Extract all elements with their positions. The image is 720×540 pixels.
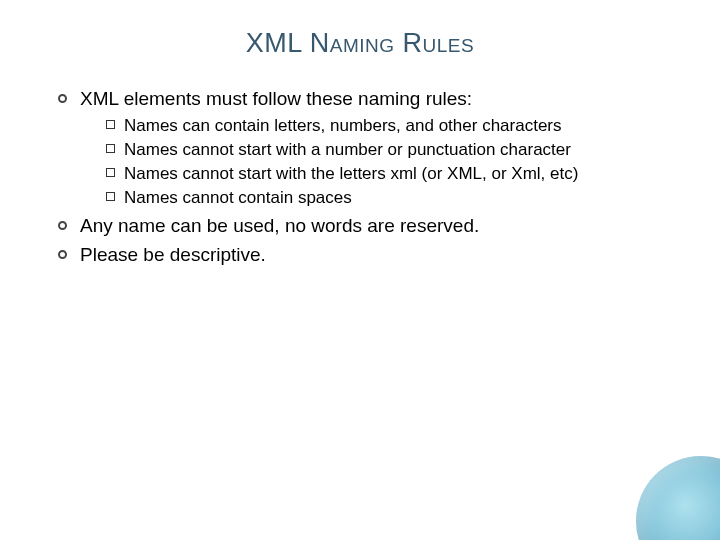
list-item-text: Names cannot contain spaces bbox=[124, 188, 352, 207]
list-item-text: Any name can be used, no words are reser… bbox=[80, 215, 479, 236]
list-item-text: Please be descriptive. bbox=[80, 244, 266, 265]
list-item: Names can contain letters, numbers, and … bbox=[106, 115, 680, 137]
list-item-text: Names can contain letters, numbers, and … bbox=[124, 116, 562, 135]
slide-title: XML Naming Rules bbox=[40, 28, 680, 59]
slide: XML Naming Rules XML elements must follo… bbox=[0, 0, 720, 540]
list-item-text: Names cannot start with a number or punc… bbox=[124, 140, 571, 159]
list-item: Names cannot contain spaces bbox=[106, 187, 680, 209]
list-item: Names cannot start with a number or punc… bbox=[106, 139, 680, 161]
sub-bullet-list: Names can contain letters, numbers, and … bbox=[80, 115, 680, 208]
list-item: Any name can be used, no words are reser… bbox=[58, 214, 680, 238]
bullet-list: XML elements must follow these naming ru… bbox=[40, 87, 680, 267]
slide-body: XML elements must follow these naming ru… bbox=[40, 87, 680, 267]
decorative-sphere bbox=[636, 456, 720, 540]
list-item: XML elements must follow these naming ru… bbox=[58, 87, 680, 208]
list-item-text: XML elements must follow these naming ru… bbox=[80, 88, 472, 109]
list-item: Please be descriptive. bbox=[58, 243, 680, 267]
list-item: Names cannot start with the letters xml … bbox=[106, 163, 680, 185]
list-item-text: Names cannot start with the letters xml … bbox=[124, 164, 578, 183]
